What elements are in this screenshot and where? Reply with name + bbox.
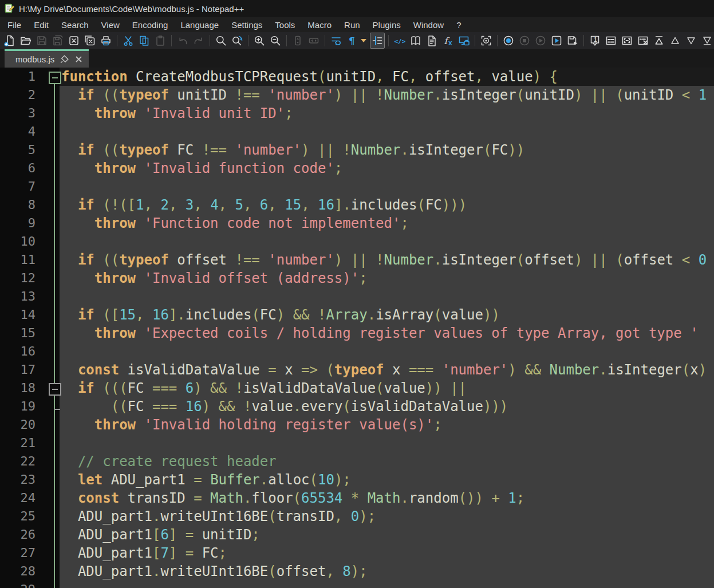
code-line[interactable]: 21 [0,434,714,452]
code-line[interactable]: 23 let ADU_part1 = Buffer.alloc(10); [0,471,714,489]
pin-icon[interactable] [60,54,69,64]
code-line[interactable]: 3 throw 'Invalid unit ID'; [0,104,714,123]
toolbar-button-cut[interactable] [121,33,136,49]
zoom-out-icon [270,35,281,46]
menu-run[interactable]: Run [338,18,366,31]
toolbar-button-macro-save[interactable] [565,33,580,49]
toolbar-button-folder-as-workspace[interactable] [456,33,471,49]
gutter: 21 [0,434,60,452]
code-line[interactable]: 14 if ([15, 16].includes(FC) && !Array.i… [0,306,714,324]
toolbar-button-zoom-in[interactable] [252,33,267,49]
menu-help[interactable]: ? [450,18,467,31]
code-line[interactable]: 18 if (((FC === 6) && !isValidDataValue(… [0,379,714,397]
gutter: 24 [0,489,60,507]
gutter: 2 [0,86,60,104]
menu-encoding[interactable]: Encoding [126,18,175,31]
toolbar-button-bookmark-number[interactable]: 1 [587,33,602,49]
toolbar-button-indent-guide[interactable] [370,33,385,49]
toolbar-button-monitoring[interactable] [479,33,494,49]
toolbar-button-jump-down[interactable] [684,33,699,49]
toolbar-button-zoom-out[interactable] [268,33,283,49]
toolbar-button-find[interactable] [214,33,228,49]
menu-language[interactable]: Language [174,18,225,31]
toolbar-button-copy[interactable] [137,33,152,49]
toolbar-button-user-defined-language[interactable]: </> [392,33,407,49]
code-line[interactable]: 29 [0,581,714,588]
menu-macro[interactable]: Macro [301,18,338,31]
toolbar-button-new-file[interactable] [2,33,17,49]
code-line[interactable]: 11 if ((typeof offset !== 'number') || !… [0,251,714,269]
toolbar-button-redo[interactable] [191,33,206,49]
menu-view[interactable]: View [95,18,126,31]
toolbar-button-macro-stop[interactable] [517,33,532,49]
line-number: 25 [0,507,35,526]
code-line[interactable]: 10 [0,232,714,251]
code-text [60,342,714,361]
code-line[interactable]: 24 const transID = Math.floor(65534 * Ma… [0,489,714,507]
code-line[interactable]: 9 throw 'Function code not implemented'; [0,214,714,232]
close-icon[interactable] [74,55,83,64]
toolbar-button-bookmark-grid[interactable] [603,33,618,49]
menu-window[interactable]: Window [407,18,450,31]
code-line[interactable]: 13 [0,287,714,306]
toolbar-button-close-all[interactable] [82,33,97,49]
toolbar-button-print[interactable] [98,33,113,49]
toolbar-button-replace[interactable] [230,33,244,49]
code-line[interactable]: 6 throw 'Invalid function code'; [0,159,714,177]
toolbar-button-jump-up[interactable] [668,33,683,49]
code-line[interactable]: 16 [0,342,714,361]
toolbar-button-sync-vertical-scroll[interactable] [290,33,305,49]
code-line[interactable]: 12 throw 'Invalid offset (address)'; [0,269,714,287]
toolbar-button-dropdown-arrow[interactable] [361,33,369,49]
gutter: 11 [0,251,60,269]
toolbar-button-macro-run-multiple[interactable] [549,33,564,49]
fold-toggle[interactable] [49,72,61,84]
indent-guide-icon [372,35,383,46]
toolbar-button-jump-last[interactable] [700,33,714,49]
menu-tools[interactable]: Tools [269,18,301,31]
toolbar-button-document-map[interactable] [408,33,423,49]
code-line[interactable]: 15 throw 'Expected coils / holding regis… [0,324,714,342]
line-number: 16 [0,342,35,361]
toolbar-button-macro-play[interactable] [533,33,548,49]
toolbar-button-save[interactable] [34,33,49,49]
toolbar-button-sync-horizontal-scroll[interactable] [306,33,321,49]
code-line[interactable]: 5 if ((typeof FC !== 'number') || !Numbe… [0,141,714,159]
toolbar-button-bookmark-clear[interactable] [636,33,650,49]
code-line[interactable]: 20 throw 'Invalid holding register value… [0,416,714,434]
toolbar-separator [117,35,117,46]
code-line[interactable]: 8 if (!([1, 2, 3, 4, 5, 6, 15, 16].inclu… [0,196,714,214]
toolbar-button-undo[interactable] [175,33,190,49]
toolbar-button-close[interactable] [66,33,81,49]
toolbar-button-save-all[interactable] [50,33,65,49]
toolbar-button-function-list[interactable]: fx [440,33,455,49]
toolbar-button-macro-record[interactable] [501,33,516,49]
toolbar-button-paste[interactable] [153,33,168,49]
line-number: 27 [0,544,35,562]
code-line[interactable]: 22 // create request header [0,452,714,471]
tab-modbus-js[interactable]: modbus.js [5,49,89,68]
code-line[interactable]: 26 ADU_part1[6] = unitID; [0,526,714,544]
toolbar-button-bookmark-frame[interactable] [620,33,634,49]
toolbar-button-show-all-characters[interactable]: ¶ [345,33,360,49]
toolbar-button-word-wrap[interactable] [329,33,344,49]
toolbar-button-open-file[interactable] [18,33,33,49]
toolbar-button-jump-first[interactable] [652,33,666,49]
menu-plugins[interactable]: Plugins [366,18,407,31]
menu-edit[interactable]: Edit [27,18,55,31]
code-line[interactable]: 19 ((FC === 16) && !value.every(isValidD… [0,397,714,416]
code-line[interactable]: 4 [0,123,714,141]
menu-search[interactable]: Search [55,18,95,31]
menu-settings[interactable]: Settings [225,18,269,31]
menu-file[interactable]: File [1,18,27,31]
fold-toggle[interactable] [49,383,61,396]
code-line[interactable]: 2 if ((typeof unitID !== 'number') || !N… [0,86,714,104]
code-editor[interactable]: 1function CreateModbusTCPRequest(unitID,… [0,68,714,588]
code-line[interactable]: 28 ADU_part1.writeUInt16BE(offset, 8); [0,562,714,581]
toolbar-button-document-list[interactable] [424,33,439,49]
code-line[interactable]: 27 ADU_part1[7] = FC; [0,544,714,562]
code-line[interactable]: 1function CreateModbusTCPRequest(unitID,… [0,68,714,86]
code-line[interactable]: 17 const isValidDataValue = x => (typeof… [0,361,714,379]
code-line[interactable]: 25 ADU_part1.writeUInt16BE(transID, 0); [0,507,714,526]
code-line[interactable]: 7 [0,177,714,196]
